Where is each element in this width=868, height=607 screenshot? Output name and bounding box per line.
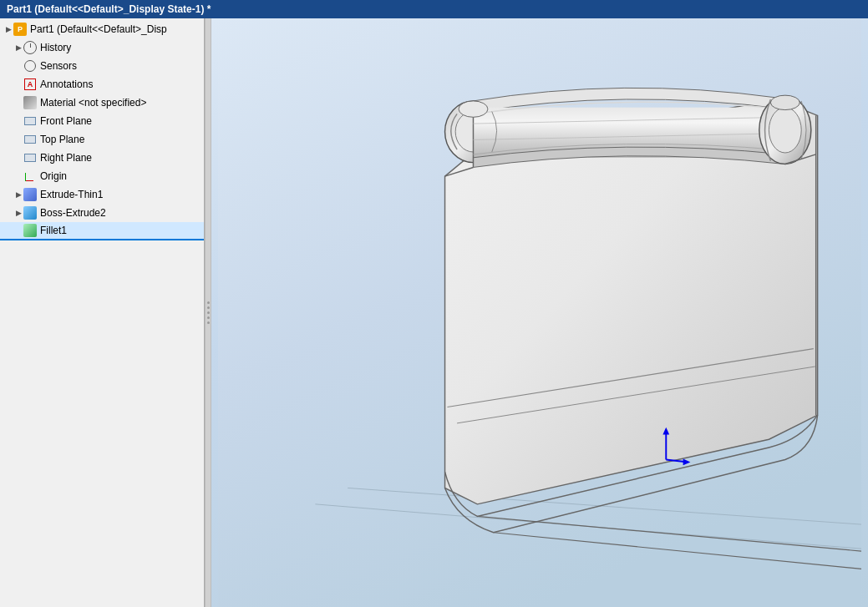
tree-item-history[interactable]: History	[0, 38, 204, 57]
viewport[interactable]	[211, 18, 868, 607]
tree-item-annotations[interactable]: A Annotations	[0, 75, 204, 94]
extrude-thin1-label: Extrude-Thin1	[40, 189, 103, 200]
origin-label: Origin	[40, 170, 67, 182]
material-label: Material <not specified>	[40, 97, 146, 109]
tree-content: P Part1 (Default<<Default>_Disp History …	[0, 18, 204, 607]
model-3d-view	[211, 18, 868, 607]
boss-extrude2-label: Boss-Extrude2	[40, 207, 106, 219]
tree-item-origin[interactable]: Origin	[0, 167, 204, 185]
annotations-label: Annotations	[40, 78, 93, 90]
history-label: History	[40, 42, 71, 53]
boss-extrude2-expand-arrow	[13, 208, 23, 218]
history-expand-arrow	[13, 43, 23, 53]
svg-point-14	[769, 108, 801, 153]
tree-item-material[interactable]: Material <not specified>	[0, 94, 204, 112]
fillet1-label: Fillet1	[40, 225, 67, 236]
tree-item-top-plane[interactable]: Top Plane	[0, 130, 204, 149]
boss-extrude2-icon	[23, 206, 37, 220]
svg-point-16	[770, 95, 799, 109]
right-plane-icon	[23, 151, 37, 164]
tree-item-right-plane[interactable]: Right Plane	[0, 149, 204, 167]
top-plane-label: Top Plane	[40, 134, 84, 145]
splitter-dot-5	[207, 321, 210, 324]
svg-point-15	[459, 101, 488, 117]
tree-item-boss-extrude2[interactable]: Boss-Extrude2	[0, 204, 204, 222]
root-label: Part1 (Default<<Default>_Disp	[30, 23, 167, 35]
sensors-icon	[23, 59, 37, 73]
fillet1-icon	[23, 224, 37, 237]
material-icon	[23, 96, 37, 109]
splitter-dot-1	[207, 301, 210, 304]
tree-item-extrude-thin1[interactable]: Extrude-Thin1	[0, 185, 204, 204]
top-plane-icon	[23, 133, 37, 146]
front-plane-icon	[23, 114, 37, 128]
extrude-thin1-expand-arrow	[13, 190, 23, 200]
tree-item-sensors[interactable]: Sensors	[0, 57, 204, 75]
splitter-dot-2	[207, 306, 210, 309]
sensors-label: Sensors	[40, 60, 77, 72]
origin-icon	[23, 169, 37, 183]
splitter-dot-3	[207, 311, 210, 314]
root-expand-arrow	[3, 24, 13, 34]
title-bar: Part1 (Default<<Default>_Display State-1…	[0, 0, 868, 18]
part-icon: P	[13, 23, 27, 36]
feature-tree: P Part1 (Default<<Default>_Disp History …	[0, 18, 205, 607]
tree-item-fillet1[interactable]: Fillet1	[0, 222, 204, 240]
title-text: Part1 (Default<<Default>_Display State-1…	[7, 3, 211, 15]
history-icon	[23, 41, 37, 54]
extrude-thin1-icon	[23, 188, 37, 201]
right-plane-label: Right Plane	[40, 152, 92, 164]
splitter-handle[interactable]	[205, 18, 211, 607]
main-area: P Part1 (Default<<Default>_Disp History …	[0, 18, 868, 607]
tree-item-front-plane[interactable]: Front Plane	[0, 112, 204, 130]
tree-root-item[interactable]: P Part1 (Default<<Default>_Disp	[0, 20, 204, 38]
annotations-icon: A	[23, 78, 37, 91]
front-plane-label: Front Plane	[40, 115, 92, 127]
splitter-dots	[207, 301, 210, 324]
splitter-dot-4	[207, 316, 210, 319]
